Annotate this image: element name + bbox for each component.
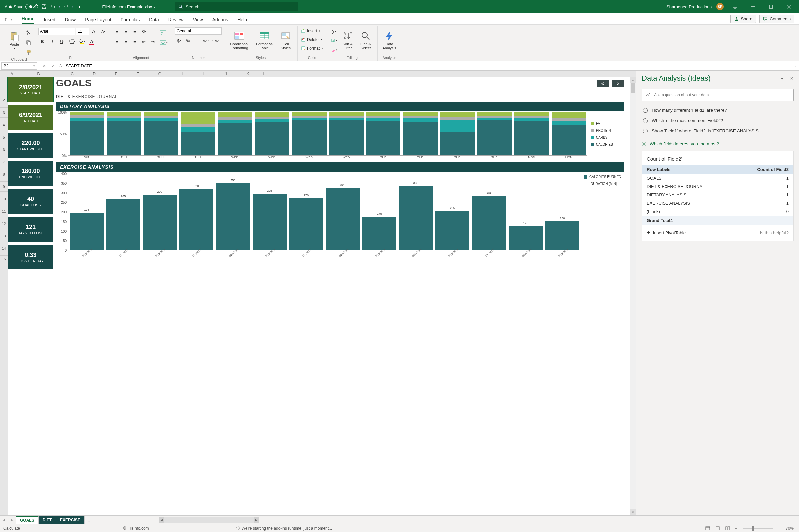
dashboard-card-2[interactable]: 220.00START WEIGHT bbox=[8, 133, 53, 158]
dashboard-card-4[interactable]: 40GOAL LOSS bbox=[8, 189, 53, 214]
zoom-in-button[interactable]: + bbox=[777, 526, 782, 531]
insert-cells-button[interactable]: Insert▾ bbox=[300, 27, 324, 35]
format-cells-button[interactable]: Format▾ bbox=[300, 44, 324, 52]
enter-formula-icon[interactable]: ✓ bbox=[49, 62, 57, 70]
comments-button[interactable]: Comments bbox=[759, 15, 794, 23]
col-head-E[interactable]: E bbox=[105, 71, 127, 77]
tab-page-layout[interactable]: Page Layout bbox=[85, 17, 111, 24]
decrease-indent-icon[interactable]: ⇤ bbox=[140, 37, 148, 45]
fx-icon[interactable]: fx bbox=[57, 63, 64, 68]
sheet-content[interactable]: 2/8/2021START DATE6/9/2021END DATE220.00… bbox=[8, 77, 630, 515]
is-helpful-link[interactable]: Is this helpful? bbox=[760, 230, 789, 235]
col-head-G[interactable]: G bbox=[149, 71, 171, 77]
col-head-C[interactable]: C bbox=[61, 71, 83, 77]
cell-styles-button[interactable]: Cell Styles bbox=[277, 27, 294, 53]
col-head-B[interactable]: B bbox=[16, 71, 61, 77]
col-head-J[interactable]: J bbox=[215, 71, 237, 77]
undo-icon[interactable] bbox=[50, 4, 55, 9]
tab-add-ins[interactable]: Add-ins bbox=[212, 17, 228, 24]
qat-more-icon[interactable]: ▾ bbox=[77, 4, 82, 9]
cancel-formula-icon[interactable]: ✕ bbox=[40, 62, 49, 70]
new-sheet-button[interactable]: ⊕ bbox=[85, 518, 93, 522]
scroll-left-icon[interactable]: ◀ bbox=[159, 517, 165, 523]
formula-input[interactable] bbox=[64, 62, 792, 70]
number-format-select[interactable] bbox=[175, 27, 222, 35]
col-head-F[interactable]: F bbox=[127, 71, 149, 77]
maximize-icon[interactable] bbox=[764, 0, 778, 13]
row-head-6[interactable]: 6 bbox=[0, 142, 8, 157]
sort-filter-button[interactable]: AZ Sort & Filter bbox=[339, 27, 356, 53]
currency-icon[interactable]: $▾ bbox=[175, 37, 183, 44]
tab-insert[interactable]: Insert bbox=[43, 17, 55, 24]
sheet-tab-goals[interactable]: GOALS bbox=[16, 516, 39, 524]
autosum-icon[interactable]: ∑▾ bbox=[330, 27, 338, 35]
clear-icon[interactable]: ▾ bbox=[330, 46, 338, 54]
ideas-suggestion[interactable]: Which is the most common 'Field2'? bbox=[642, 115, 794, 126]
file-name[interactable]: FileInfo.com Example.xlsx ▾ bbox=[102, 4, 155, 9]
expand-formula-bar-icon[interactable]: ⌄ bbox=[792, 64, 799, 68]
sheet-tab-exercise[interactable]: EXERCISE bbox=[56, 516, 85, 524]
select-all-cell[interactable] bbox=[0, 71, 8, 77]
row-head-8[interactable]: 8 bbox=[0, 167, 8, 182]
copy-icon[interactable] bbox=[25, 39, 33, 46]
share-button[interactable]: Share bbox=[730, 15, 756, 23]
font-name-input[interactable] bbox=[38, 27, 75, 35]
avatar[interactable]: SP bbox=[717, 3, 724, 10]
vertical-scrollbar[interactable]: ▲ ▼ bbox=[630, 77, 636, 515]
scroll-down-icon[interactable]: ▼ bbox=[630, 509, 636, 515]
find-select-button[interactable]: Find & Select bbox=[357, 27, 374, 53]
fill-color-icon[interactable]: ▾ bbox=[78, 37, 86, 45]
cut-icon[interactable] bbox=[25, 28, 33, 37]
tab-file[interactable]: File bbox=[5, 17, 12, 24]
minimize-icon[interactable] bbox=[746, 0, 760, 13]
increase-font-icon[interactable]: A▴ bbox=[90, 27, 98, 35]
format-painter-icon[interactable] bbox=[25, 49, 33, 57]
percent-icon[interactable]: % bbox=[184, 37, 192, 44]
col-head-I[interactable]: I bbox=[193, 71, 215, 77]
zoom-out-button[interactable]: − bbox=[734, 526, 739, 531]
row-head-9[interactable]: 9 bbox=[0, 182, 8, 192]
page-layout-view-icon[interactable] bbox=[714, 525, 722, 532]
col-head-D[interactable]: D bbox=[83, 71, 105, 77]
zoom-slider[interactable] bbox=[743, 528, 773, 529]
dashboard-card-0[interactable]: 2/8/2021START DATE bbox=[8, 77, 53, 102]
row-head-10[interactable]: 10 bbox=[0, 192, 8, 206]
next-button[interactable]: > bbox=[612, 80, 624, 87]
underline-button[interactable]: U▾ bbox=[58, 37, 66, 45]
paste-button[interactable]: Paste ▾ bbox=[5, 27, 23, 53]
data-analysis-button[interactable]: Data Analysis bbox=[379, 27, 399, 53]
row-head-2[interactable]: 2 bbox=[0, 93, 8, 108]
ideas-suggestion[interactable]: How many different 'Field1' are there? bbox=[642, 105, 794, 115]
bold-button[interactable]: B bbox=[38, 37, 46, 45]
increase-decimal-icon[interactable]: .00→ bbox=[202, 37, 210, 44]
tab-formulas[interactable]: Formulas bbox=[120, 17, 140, 24]
row-head-7[interactable]: 7 bbox=[0, 157, 8, 167]
dashboard-card-1[interactable]: 6/9/2021END DATE bbox=[8, 105, 53, 130]
orientation-icon[interactable]: ⟲▾ bbox=[140, 27, 148, 35]
ideas-suggestion[interactable]: Show 'Field1' where 'Field2' is 'EXERCIS… bbox=[642, 126, 794, 136]
tab-draw[interactable]: Draw bbox=[64, 17, 76, 24]
dashboard-card-6[interactable]: 0.33LOSS PER DAY bbox=[8, 245, 53, 269]
account-name[interactable]: Sharpened Productions bbox=[667, 4, 712, 9]
decrease-decimal-icon[interactable]: ←.00 bbox=[211, 37, 219, 44]
conditional-formatting-button[interactable]: Conditional Formatting bbox=[227, 27, 252, 53]
row-head-11[interactable]: 11 bbox=[0, 206, 8, 216]
autosave-toggle[interactable]: AutoSave Off bbox=[5, 4, 38, 9]
row-head-14[interactable]: 14 bbox=[0, 241, 8, 255]
dashboard-card-5[interactable]: 121DAYS TO LOSE bbox=[8, 217, 53, 242]
row-head-4[interactable]: 4 bbox=[0, 118, 8, 132]
align-center-icon[interactable]: ≡ bbox=[122, 37, 130, 45]
format-as-table-button[interactable]: Format as Table bbox=[254, 27, 275, 53]
row-head-3[interactable]: 3 bbox=[0, 108, 8, 118]
scroll-right-icon[interactable]: ▶ bbox=[254, 517, 259, 523]
sheet-tab-diet[interactable]: DIET bbox=[39, 516, 56, 524]
tab-data[interactable]: Data bbox=[149, 17, 159, 24]
ideas-search-input[interactable]: Ask a question about your data bbox=[642, 89, 794, 101]
row-head-1[interactable]: 1 bbox=[0, 77, 8, 93]
row-head-13[interactable]: 13 bbox=[0, 231, 8, 241]
italic-button[interactable]: I bbox=[48, 37, 56, 45]
name-box[interactable]: B2▾ bbox=[1, 62, 37, 70]
align-middle-icon[interactable]: ≡ bbox=[122, 27, 130, 35]
row-head-5[interactable]: 5 bbox=[0, 132, 8, 142]
align-right-icon[interactable]: ≡ bbox=[131, 37, 139, 45]
